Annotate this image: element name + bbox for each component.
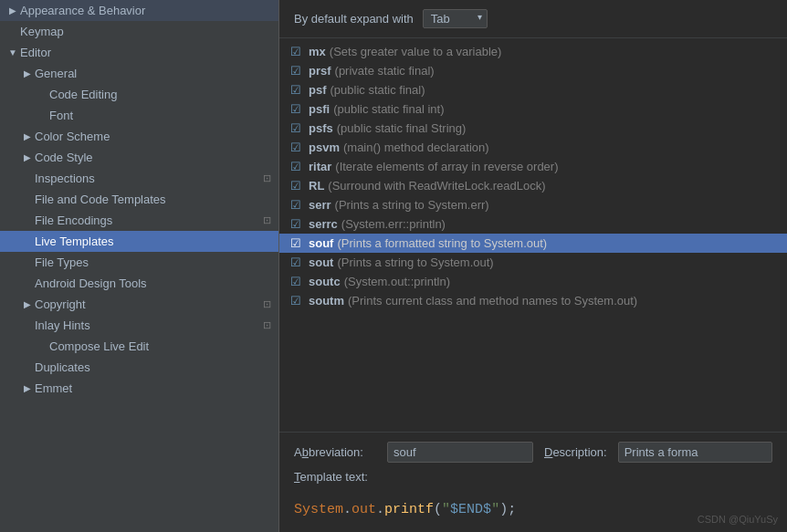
sidebar-label-compose-live-edit: Compose Live Edit (49, 339, 271, 353)
expand-dropdown-wrapper[interactable]: TabEnterSpace (423, 9, 488, 28)
template-name-serr: serr (309, 198, 331, 212)
sidebar-label-inspections: Inspections (35, 172, 263, 185)
sidebar-label-keymap: Keymap (20, 25, 271, 38)
checkbox-icon-sout: ☑ (290, 256, 301, 269)
sidebar: ▶Appearance & BehaviorKeymap▼Editor▶Gene… (0, 0, 279, 532)
template-desc-RL: (Surround with ReadWriteLock.readLock) (328, 179, 545, 193)
template-item-souf[interactable]: ☑souf (Prints a formatted string to Syst… (279, 234, 787, 253)
checkbox-icon-soutm: ☑ (290, 294, 301, 308)
sidebar-item-inspections[interactable]: Inspections⊡ (0, 168, 278, 189)
template-item-psfs[interactable]: ☑psfs (public static final String) (279, 119, 787, 138)
template-desc-serr: (Prints a string to System.err) (335, 198, 489, 212)
sidebar-label-copyright: Copyright (35, 297, 263, 311)
sidebar-item-code-style[interactable]: ▶Code Style (0, 147, 278, 168)
sidebar-item-editor[interactable]: ▼Editor (0, 42, 278, 63)
code-dot2: . (376, 502, 384, 517)
sidebar-label-android-design-tools: Android Design Tools (35, 276, 271, 290)
sidebar-item-keymap[interactable]: Keymap (0, 21, 278, 42)
settings-icon-file-encodings: ⊡ (263, 214, 271, 226)
template-item-ritar[interactable]: ☑ritar (Iterate elements of array in rev… (279, 157, 787, 176)
sidebar-item-emmet[interactable]: ▶Emmet (0, 378, 278, 399)
sidebar-item-file-types[interactable]: File Types (0, 252, 278, 273)
template-text-row: Template text: (294, 470, 772, 489)
template-item-soutc[interactable]: ☑soutc (System.out::println) (279, 272, 787, 291)
arrow-icon-code-style: ▶ (22, 152, 33, 163)
template-desc-soutm: (Prints current class and method names t… (348, 294, 637, 308)
settings-icon-inlay-hints: ⊡ (263, 319, 271, 331)
template-desc-souf: (Prints a formatted string to System.out… (337, 236, 547, 250)
sidebar-item-compose-live-edit[interactable]: Compose Live Edit (0, 336, 278, 357)
template-item-serrc[interactable]: ☑serrc (System.err::println) (279, 214, 787, 234)
sidebar-label-font: Font (49, 109, 271, 122)
sidebar-label-appearance: Appearance & Behavior (20, 4, 271, 17)
code-paren-close: ); (499, 502, 516, 517)
checkbox-icon-prsf: ☑ (290, 64, 301, 78)
sidebar-item-general[interactable]: ▶General (0, 63, 278, 84)
template-item-RL[interactable]: ☑RL (Surround with ReadWriteLock.readLoc… (279, 176, 787, 195)
code-method-printf: printf (384, 502, 434, 517)
code-keyword-system: System (294, 502, 343, 517)
template-desc-psfi: (public static final int) (333, 102, 444, 116)
code-paren-open: ( (434, 502, 442, 517)
template-item-prsf[interactable]: ☑prsf (private static final) (279, 61, 787, 80)
checkbox-icon-serr: ☑ (290, 198, 301, 212)
abbreviation-row: Abbreviation: Description: Prints a form… (294, 442, 772, 463)
template-desc-psfs: (public static final String) (337, 121, 467, 135)
settings-icon-inspections: ⊡ (263, 172, 271, 184)
arrow-icon-copyright: ▶ (22, 299, 33, 310)
description-label: Description: (544, 445, 607, 459)
checkbox-icon-psfs: ☑ (290, 121, 301, 135)
checkbox-icon-soutc: ☑ (290, 275, 301, 288)
arrow-icon-editor: ▼ (7, 47, 18, 58)
template-item-psfi[interactable]: ☑psfi (public static final int) (279, 99, 787, 119)
checkbox-icon-RL: ☑ (290, 179, 301, 193)
sidebar-label-file-encodings: File Encodings (35, 214, 263, 227)
template-name-psf: psf (309, 83, 327, 97)
sidebar-item-file-and-code-templates[interactable]: File and Code Templates (0, 189, 278, 210)
sidebar-item-duplicates[interactable]: Duplicates (0, 357, 278, 378)
sidebar-item-inlay-hints[interactable]: Inlay Hints⊡ (0, 315, 278, 336)
top-bar: By default expand with TabEnterSpace (279, 0, 787, 38)
template-name-sout: sout (309, 256, 333, 269)
sidebar-label-emmet: Emmet (35, 381, 271, 395)
template-name-soutm: soutm (309, 294, 344, 308)
sidebar-item-android-design-tools[interactable]: Android Design Tools (0, 273, 278, 294)
sidebar-label-color-scheme: Color Scheme (35, 130, 271, 143)
sidebar-item-appearance[interactable]: ▶Appearance & Behavior (0, 0, 278, 21)
template-name-psfs: psfs (309, 121, 333, 135)
abbreviation-input[interactable] (387, 442, 533, 463)
sidebar-item-copyright[interactable]: ▶Copyright⊡ (0, 294, 278, 315)
template-item-sout[interactable]: ☑sout (Prints a string to System.out) (279, 253, 787, 272)
sidebar-label-file-and-code-templates: File and Code Templates (35, 193, 271, 206)
main-panel: By default expand with TabEnterSpace ☑mx… (279, 0, 787, 532)
template-item-mx[interactable]: ☑mx (Sets greater value to a variable) (279, 42, 787, 61)
template-item-psvm[interactable]: ☑psvm (main() method declaration) (279, 138, 787, 157)
arrow-icon-color-scheme: ▶ (22, 131, 33, 142)
template-desc-soutc: (System.out::println) (344, 275, 450, 288)
template-item-serr[interactable]: ☑serr (Prints a string to System.err) (279, 195, 787, 214)
checkbox-icon-psvm: ☑ (290, 141, 301, 154)
expand-label: By default expand with (294, 12, 414, 26)
sidebar-label-live-templates: Live Templates (35, 235, 271, 248)
sidebar-label-inlay-hints: Inlay Hints (35, 318, 263, 332)
arrow-icon-appearance: ▶ (7, 5, 18, 16)
template-name-serrc: serrc (309, 217, 338, 231)
sidebar-item-file-encodings[interactable]: File Encodings⊡ (0, 210, 278, 231)
template-item-psf[interactable]: ☑psf (public static final) (279, 80, 787, 99)
checkbox-icon-ritar: ☑ (290, 160, 301, 173)
template-item-soutm[interactable]: ☑soutm (Prints current class and method … (279, 291, 787, 310)
template-name-psvm: psvm (309, 141, 340, 154)
template-desc-ritar: (Iterate elements of array in reverse or… (335, 160, 558, 173)
checkbox-icon-psfi: ☑ (290, 102, 301, 116)
sidebar-item-code-editing[interactable]: Code Editing (0, 84, 278, 105)
expand-dropdown[interactable]: TabEnterSpace (423, 9, 488, 28)
template-name-mx: mx (309, 45, 326, 58)
sidebar-label-general: General (35, 67, 271, 80)
template-name-psfi: psfi (309, 102, 330, 116)
sidebar-item-live-templates[interactable]: Live Templates (0, 231, 278, 252)
sidebar-label-duplicates: Duplicates (35, 360, 271, 374)
sidebar-item-color-scheme[interactable]: ▶Color Scheme (0, 126, 278, 147)
sidebar-item-font[interactable]: Font (0, 105, 278, 126)
template-desc-serrc: (System.err::println) (341, 217, 446, 231)
checkbox-icon-souf: ☑ (290, 236, 301, 250)
